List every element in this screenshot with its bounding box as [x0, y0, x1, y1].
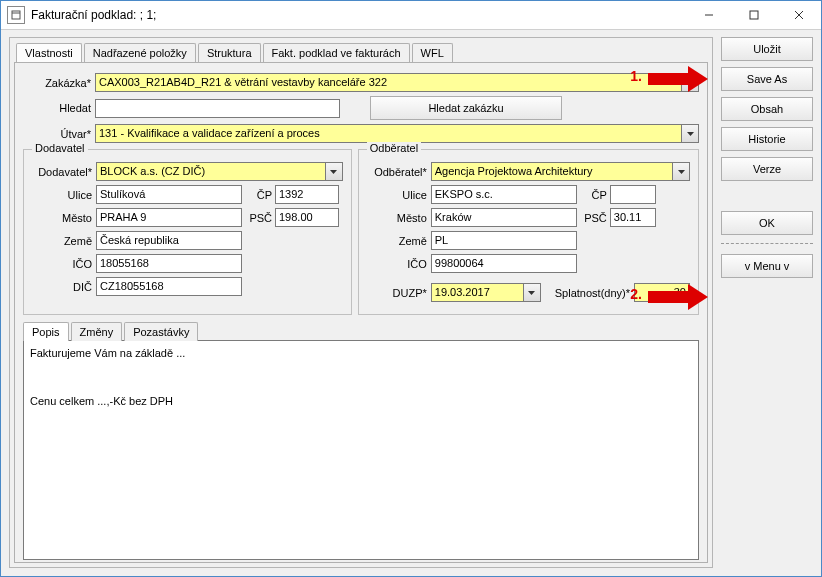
main-panel: Vlastnosti Nadřazené položky Struktura F…: [9, 37, 713, 568]
titlebar: Fakturační podklad: ; 1;: [1, 1, 821, 30]
svg-marker-10: [528, 291, 535, 295]
dodavatel-group: Dodavatel Dodavatel* BLOCK a.s. (CZ DIČ)…: [23, 149, 352, 315]
menu-button[interactable]: v Menu v: [721, 254, 813, 278]
hledat-field[interactable]: [95, 99, 340, 118]
dod-dic-label: DIČ: [32, 281, 96, 293]
window-title: Fakturační podklad: ; 1;: [31, 8, 686, 22]
save-as-button[interactable]: Save As: [721, 67, 813, 91]
tab-strip: Vlastnosti Nadřazené položky Struktura F…: [10, 38, 712, 61]
splatnost-label: Splatnost(dny)*: [555, 287, 634, 299]
dod-zeme-label: Země: [32, 235, 96, 247]
svg-rect-0: [12, 11, 20, 19]
inner-tab-pozastavky[interactable]: Pozastávky: [124, 322, 198, 341]
odb-ulice-label: Ulice: [367, 189, 431, 201]
odb-cp-field[interactable]: [610, 185, 656, 204]
odb-psc-field[interactable]: 30.11: [610, 208, 656, 227]
odb-ulice-field[interactable]: EKSPO s.c.: [431, 185, 577, 204]
zakazka-label: Zakázka*: [23, 77, 95, 89]
content-area: Vlastnosti Nadřazené položky Struktura F…: [1, 29, 821, 576]
maximize-button[interactable]: [731, 1, 776, 29]
tab-vlastnosti[interactable]: Vlastnosti: [16, 43, 82, 62]
tab-nadrazene[interactable]: Nadřazené položky: [84, 43, 196, 62]
odb-cp-label: ČP: [577, 189, 610, 201]
odb-ico-label: IČO: [367, 258, 431, 270]
odb-zeme-field[interactable]: PL: [431, 231, 577, 250]
tab-body: Zakázka* CAX003_R21AB4D_R21 & větrání ve…: [14, 62, 708, 563]
dod-ulice-field[interactable]: Stulíková: [96, 185, 242, 204]
duzp-field[interactable]: 19.03.2017: [431, 283, 524, 302]
dod-ico-label: IČO: [32, 258, 96, 270]
verze-button[interactable]: Verze: [721, 157, 813, 181]
svg-marker-8: [330, 170, 337, 174]
odb-mesto-label: Město: [367, 212, 431, 224]
app-window: Fakturační podklad: ; 1; Vlastnosti Nadř…: [0, 0, 822, 577]
inner-tab-zmeny[interactable]: Změny: [71, 322, 123, 341]
minimize-button[interactable]: [686, 1, 731, 29]
zakazka-field[interactable]: CAX003_R21AB4D_R21 & větrání vestavby ka…: [95, 73, 682, 92]
odberatel-legend: Odběratel: [367, 142, 421, 154]
svg-marker-9: [678, 170, 685, 174]
dod-ulice-label: Ulice: [32, 189, 96, 201]
app-icon: [7, 6, 25, 24]
side-panel: Uložit Save As Obsah Historie Verze OK v…: [721, 37, 813, 568]
popis-memo[interactable]: Fakturujeme Vám na základě ... Cenu celk…: [23, 340, 699, 560]
duzp-dropdown[interactable]: [524, 283, 541, 302]
dod-mesto-label: Město: [32, 212, 96, 224]
tab-wfl[interactable]: WFL: [412, 43, 453, 62]
odberatel-field[interactable]: Agencja Projektowa Architektury: [431, 162, 673, 181]
dodavatel-label: Dodavatel*: [32, 166, 96, 178]
duzp-label: DUZP*: [367, 287, 431, 299]
dod-zeme-field[interactable]: Česká republika: [96, 231, 242, 250]
inner-tab-popis[interactable]: Popis: [23, 322, 69, 341]
odb-zeme-label: Země: [367, 235, 431, 247]
window-buttons: [686, 1, 821, 29]
separator: [721, 243, 813, 244]
obsah-button[interactable]: Obsah: [721, 97, 813, 121]
odb-psc-label: PSČ: [577, 212, 610, 224]
svg-marker-6: [687, 81, 694, 85]
utvar-dropdown[interactable]: [682, 124, 699, 143]
dod-dic-field[interactable]: CZ18055168: [96, 277, 242, 296]
splatnost-field[interactable]: 30: [634, 283, 690, 302]
odb-ico-field[interactable]: 99800064: [431, 254, 577, 273]
tab-fakt-podklad[interactable]: Fakt. podklad ve fakturách: [263, 43, 410, 62]
dod-ico-field[interactable]: 18055168: [96, 254, 242, 273]
dod-cp-field[interactable]: 1392: [275, 185, 339, 204]
dod-cp-label: ČP: [242, 189, 275, 201]
hledat-label: Hledat: [23, 102, 95, 114]
dodavatel-field[interactable]: BLOCK a.s. (CZ DIČ): [96, 162, 326, 181]
dod-mesto-field[interactable]: PRAHA 9: [96, 208, 242, 227]
ulozit-button[interactable]: Uložit: [721, 37, 813, 61]
dodavatel-legend: Dodavatel: [32, 142, 88, 154]
odb-mesto-field[interactable]: Kraków: [431, 208, 577, 227]
odberatel-dropdown[interactable]: [673, 162, 690, 181]
dodavatel-dropdown[interactable]: [326, 162, 343, 181]
tab-struktura[interactable]: Struktura: [198, 43, 261, 62]
historie-button[interactable]: Historie: [721, 127, 813, 151]
utvar-label: Útvar*: [23, 128, 95, 140]
odberatel-group: Odběratel Odběratel* Agencja Projektowa …: [358, 149, 699, 315]
dod-psc-field[interactable]: 198.00: [275, 208, 339, 227]
inner-tab-strip: Popis Změny Pozastávky: [23, 321, 699, 340]
svg-marker-7: [687, 132, 694, 136]
ok-button[interactable]: OK: [721, 211, 813, 235]
svg-rect-3: [750, 11, 758, 19]
hledat-zakazku-button[interactable]: Hledat zakázku: [370, 96, 562, 120]
odberatel-label: Odběratel*: [367, 166, 431, 178]
utvar-field[interactable]: 131 - Kvalifikace a validace zařízení a …: [95, 124, 682, 143]
dod-psc-label: PSČ: [242, 212, 275, 224]
close-button[interactable]: [776, 1, 821, 29]
zakazka-dropdown[interactable]: [682, 73, 699, 92]
